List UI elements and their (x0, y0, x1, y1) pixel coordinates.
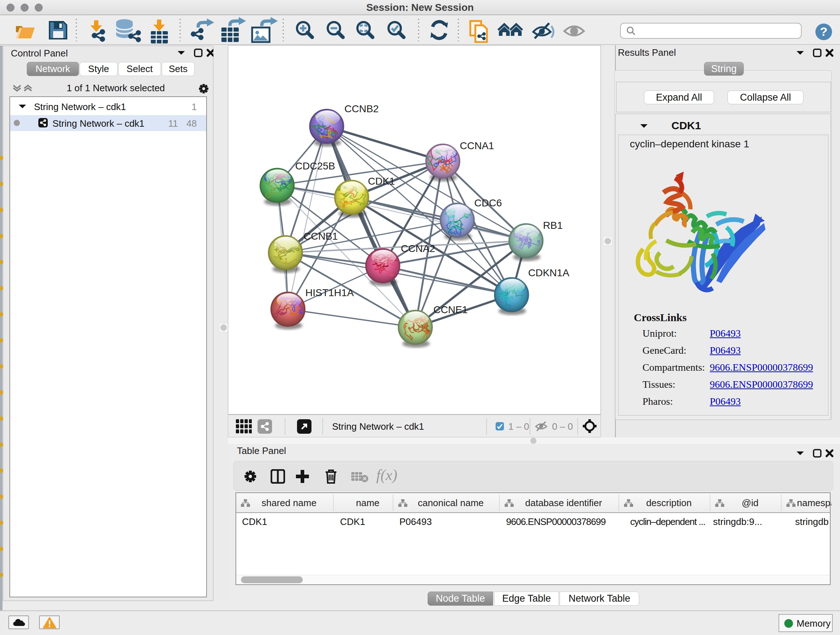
svg-text:CCNE1: CCNE1 (433, 304, 468, 315)
svg-text:CDC25B: CDC25B (295, 160, 335, 172)
svg-text:CCNB2: CCNB2 (344, 103, 379, 114)
svg-text:CDKN1A: CDKN1A (528, 267, 569, 279)
svg-text:HIST1H1A: HIST1H1A (305, 287, 354, 298)
svg-text:CCNB1: CCNB1 (303, 231, 338, 242)
svg-text:CDK1: CDK1 (368, 176, 395, 187)
svg-text:?: ? (820, 25, 828, 38)
svg-text:RB1: RB1 (543, 220, 562, 231)
svg-text:CCNA1: CCNA1 (460, 140, 494, 151)
svg-text:CDC6: CDC6 (474, 197, 502, 209)
svg-text:CCNA2: CCNA2 (401, 243, 435, 254)
